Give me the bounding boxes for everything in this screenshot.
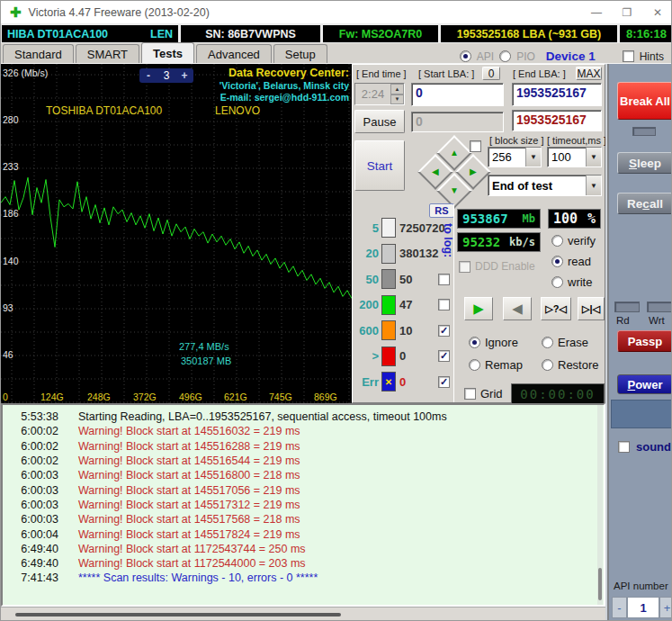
log-message: Warning! Block start at 145517568 = 218 … [58,513,300,526]
close-button[interactable]: ✕ [642,2,672,23]
log-row: 6:00:02Warning! Block start at 145516288… [3,439,604,454]
svg-text:326 (Mb/s): 326 (Mb/s) [3,68,48,78]
power-button[interactable]: Power [617,374,672,394]
restore-radio[interactable] [542,359,553,371]
legend-threshold-label: 5 [354,221,381,235]
seek-test-button[interactable]: ▷?◁ [541,297,571,320]
log-time: 6:49:40 [3,557,58,570]
log-row: 6:00:03Warning! Block start at 145517312… [3,498,604,512]
rd-indicator-label: Rd [616,315,630,326]
read-activity-indicator [614,302,640,312]
restore-label: Restore [558,358,599,372]
go-edge-button[interactable]: ▷|◁ [578,297,605,320]
password-button[interactable]: Passp [617,330,672,352]
app-icon: ✚ [10,5,22,19]
legend-log-checkbox[interactable] [438,299,450,310]
log-row: 7:41:43***** Scan results: Warnings - 10… [3,571,604,585]
log-time: 6:00:02 [3,454,58,467]
read-radio[interactable] [551,256,563,267]
chevron-down-icon[interactable]: ▼ [525,148,541,166]
zoom-in-button[interactable]: + [175,69,193,82]
api-radio[interactable] [460,50,471,62]
minimize-button[interactable]: — [581,2,612,23]
zoom-out-button[interactable]: - [139,69,157,82]
end-action-value: End of test [488,179,586,193]
sound-label: sound [636,440,671,454]
horizontal-scrollbar-thumb[interactable] [15,613,341,616]
tab-smart[interactable]: SMART [76,44,139,63]
start-lba-input[interactable]: 0 [411,83,504,106]
tab-setup[interactable]: Setup [273,44,327,63]
chevron-down-icon[interactable]: ▼ [586,176,601,195]
write-activity-indicator [647,302,672,312]
timeout-select[interactable]: 100 ▼ [547,147,602,167]
legend-row-50: 5050 [354,267,453,291]
pio-radio[interactable] [499,50,511,62]
chevron-down-icon[interactable]: ▼ [586,148,601,166]
end-time-down-button[interactable]: ▼ [390,94,404,105]
event-log[interactable]: 5:53:38Starting Reading, LBA=0..19535251… [1,403,605,607]
maximize-button[interactable]: ❐ [612,2,642,23]
sound-checkbox[interactable] [618,441,630,453]
block-time-legend: RS to log: 57250720203801325050200476001… [354,204,453,402]
end-time-up-button[interactable]: ▲ [390,84,404,94]
log-time: 5:53:38 [3,410,58,423]
current-lba-field: 0 [411,112,504,132]
end-lba-input[interactable]: 1953525167 [512,83,602,106]
legend-count: 10 [396,324,412,338]
log-message: Warning! Block start at 145517312 = 219 … [58,499,300,511]
svg-text:248G: 248G [87,392,111,402]
block-size-select[interactable]: 256 ▼ [488,147,542,167]
end-lba-label: [ End LBA: ] [513,68,566,79]
api-number-value: 1 [627,597,659,618]
back-button[interactable]: ◀ [503,297,532,320]
log-message: Warning! Block start at 145517824 = 219 … [58,528,300,541]
log-row: 6:00:03Warning! Block start at 145516800… [3,468,604,482]
tab-advanced[interactable]: Advanced [196,44,272,63]
api-plus-button[interactable]: + [659,597,672,618]
start-button[interactable]: Start [354,140,405,191]
start-lba-zero-button[interactable]: 0 [482,67,500,80]
legend-log-checkbox[interactable]: ✓ [438,350,450,362]
legend-log-checkbox[interactable] [438,274,450,285]
timeout-label: [ timeout,ms ] [547,135,606,146]
log-row: 5:53:38Starting Reading, LBA=0..19535251… [3,410,604,424]
tab-tests[interactable]: Tests [141,42,194,63]
svg-text:124G: 124G [40,392,64,402]
erase-radio[interactable] [542,337,553,348]
horizontal-scrollbar[interactable] [1,607,605,621]
end-time-label: [ End time ] [356,68,407,79]
api-radio-label: API [477,50,494,63]
tab-standard[interactable]: Standard [3,44,74,63]
end-lba-max-button[interactable]: MAX [576,67,602,80]
legend-log-checkbox[interactable]: ✓ [438,376,450,388]
grid-checkbox[interactable] [464,388,476,400]
svg-text:0: 0 [3,392,8,402]
play-button[interactable]: ▶ [464,297,493,320]
ignore-radio[interactable] [469,337,480,348]
hints-checkbox[interactable] [623,50,634,62]
recall-button[interactable]: Recall [617,193,672,214]
verify-radio[interactable] [551,235,563,247]
log-message: Starting Reading, LBA=0..1953525167, seq… [58,410,447,423]
end-time-spinner[interactable]: 2:24 ▲▼ [354,83,405,105]
remap-label: Remap [485,358,523,372]
legend-log-checkbox[interactable]: ✓ [438,325,450,337]
api-minus-button[interactable]: - [612,597,627,618]
ddd-enable-checkbox[interactable] [459,261,470,273]
break-all-button[interactable]: Break All [617,82,672,120]
right-arrow-icon: ▶ [470,167,477,176]
end-action-select[interactable]: End of test ▼ [488,175,602,196]
sleep-button[interactable]: Sleep [617,152,672,174]
pause-button[interactable]: Pause [354,110,405,133]
play-icon: ▶ [473,301,484,317]
legend-color-box [381,346,396,366]
pad-option-checkbox[interactable] [470,140,481,152]
end-time-value: 2:24 [355,84,390,104]
speed-action-group: 953867 Mb 100 % 95232 kb/s DDD Enable ve… [453,204,605,402]
write-radio[interactable] [551,276,563,288]
log-scrollbar-thumb[interactable] [598,568,602,600]
log-time: 7:41:43 [3,572,58,584]
annotation-position: 350187 MB [181,356,231,366]
remap-radio[interactable] [469,359,480,371]
